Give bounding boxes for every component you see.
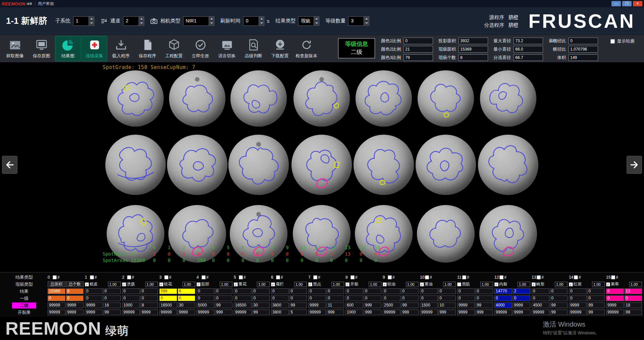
table-cell[interactable]: 0	[625, 295, 642, 301]
table-cell[interactable]: 0	[532, 295, 549, 301]
table-cell[interactable]: 0	[457, 295, 475, 301]
ratio-input[interactable]: 1.00	[518, 282, 530, 287]
defect-checkbox[interactable]: ✓	[383, 282, 387, 286]
table-cell[interactable]: 18	[625, 302, 642, 308]
ratio-input[interactable]: 1.00	[629, 282, 642, 287]
toolbar-button-project-config[interactable]: 工程配置	[161, 36, 187, 61]
table-cell[interactable]: 0	[271, 295, 289, 301]
ratio-input[interactable]: 1.00	[406, 282, 419, 287]
table-cell[interactable]: 999	[364, 302, 382, 308]
table-cell[interactable]: 99999	[494, 310, 512, 315]
column-checkbox[interactable]	[239, 275, 243, 279]
ratio-input[interactable]: 1.00	[555, 282, 568, 287]
metric-input[interactable]: 1.070796	[569, 46, 598, 53]
table-cell[interactable]: 0	[178, 295, 196, 301]
table-cell[interactable]: 9999	[141, 310, 158, 315]
table-cell[interactable]: 9999	[85, 310, 103, 315]
defect-checkbox[interactable]: ✓	[308, 282, 312, 286]
column-checkbox[interactable]	[499, 275, 503, 279]
spinner-buttons[interactable]	[314, 16, 319, 26]
column-checkbox[interactable]	[388, 275, 392, 279]
metric-input[interactable]: 0	[569, 38, 598, 44]
table-cell[interactable]: 30	[178, 302, 196, 308]
table-cell[interactable]: 0	[122, 295, 140, 301]
table-cell[interactable]: 0	[141, 295, 158, 301]
table-cell[interactable]: 11	[327, 302, 344, 308]
table-cell[interactable]: 99999	[48, 302, 65, 308]
column-checkbox[interactable]	[313, 275, 317, 279]
table-cell[interactable]: 9999	[513, 310, 531, 315]
column-checkbox[interactable]	[351, 275, 355, 279]
table-cell[interactable]: 999	[438, 310, 456, 315]
table-cell[interactable]: 99999	[308, 310, 326, 315]
table-cell[interactable]: 9999	[569, 302, 587, 308]
table-cell[interactable]: 999	[327, 310, 344, 315]
metric-input[interactable]: 8	[459, 54, 488, 61]
table-cell[interactable]: 9999	[606, 302, 624, 308]
table-cell[interactable]: 99	[215, 302, 233, 308]
toolbar-button-load-program[interactable]: 载入程序	[108, 36, 134, 61]
table-cell[interactable]: 0	[383, 295, 400, 301]
grade-count-dropdown[interactable]: 3	[348, 16, 369, 26]
close-button[interactable]: ✕	[633, 1, 642, 6]
table-cell[interactable]: 99	[550, 310, 568, 315]
column-checkbox[interactable]	[462, 275, 466, 279]
table-cell[interactable]: 0	[289, 295, 307, 301]
maximize-button[interactable]: ❐	[622, 1, 632, 6]
table-cell[interactable]: 0	[234, 295, 252, 301]
row-label-result[interactable]: 结果	[1, 288, 47, 294]
metric-input[interactable]: 149	[569, 54, 598, 61]
table-cell[interactable]: 999	[364, 310, 382, 315]
table-cell[interactable]: 99	[625, 310, 642, 315]
table-cell[interactable]: 99999	[420, 310, 438, 315]
defect-checkbox[interactable]: ✓	[271, 282, 275, 286]
table-cell[interactable]: 9999	[457, 310, 475, 315]
toolbar-button-save-program[interactable]: 保存程序	[135, 36, 160, 61]
toolbar-button-continuous-capture[interactable]: 连续采集	[82, 36, 107, 61]
table-cell[interactable]: 9999	[178, 310, 196, 315]
spinner-buttons[interactable]	[89, 16, 94, 26]
channel-dropdown[interactable]: 2	[123, 16, 144, 26]
table-cell[interactable]: 0	[364, 295, 382, 301]
table-cell[interactable]: 0	[438, 295, 456, 301]
toolbar-button-result-view[interactable]: 结果图	[55, 36, 81, 61]
table-cell[interactable]: 99999	[532, 310, 549, 315]
spinner-buttons[interactable]	[364, 16, 369, 26]
refresh-time-spinner[interactable]: 0	[243, 16, 264, 26]
table-cell[interactable]: 9999	[66, 310, 84, 315]
camera-type-dropdown[interactable]: NIR1	[183, 16, 214, 26]
table-cell[interactable]: 3800	[271, 302, 289, 308]
table-cell[interactable]: 16500	[234, 302, 252, 308]
table-cell[interactable]: 0	[197, 295, 214, 301]
table-cell[interactable]: 99999	[122, 310, 140, 315]
table-cell[interactable]: 99999	[48, 310, 65, 315]
table-cell[interactable]: 0	[513, 295, 531, 301]
next-page-button[interactable]	[627, 156, 642, 174]
defect-checkbox[interactable]: ✓	[494, 282, 498, 286]
ratio-input[interactable]: 1.00	[182, 282, 195, 287]
table-cell[interactable]: 99	[587, 310, 605, 315]
ratio-input[interactable]: 1.00	[257, 282, 270, 287]
result-type-dropdown[interactable]: 瑕疵	[298, 16, 319, 26]
toolbar-button-capture-image[interactable]: 获取图像	[2, 36, 28, 61]
table-cell[interactable]: 0	[550, 295, 568, 301]
defect-checkbox[interactable]: ✓	[85, 282, 89, 286]
table-cell[interactable]: 0	[308, 295, 326, 301]
table-cell[interactable]: 9999	[513, 302, 531, 308]
table-cell[interactable]: 16	[103, 302, 121, 308]
table-cell[interactable]: 99999	[606, 310, 624, 315]
row-label-crack[interactable]: 开裂果	[1, 310, 47, 316]
column-checkbox[interactable]	[90, 275, 94, 279]
table-cell[interactable]: 0	[420, 295, 438, 301]
defect-checkbox[interactable]: ✓	[234, 282, 238, 286]
column-checkbox[interactable]	[276, 275, 280, 279]
toolbar-button-download-config[interactable]: 下载配置	[267, 36, 293, 61]
column-checkbox[interactable]	[202, 275, 206, 279]
defect-checkbox[interactable]: ✓	[606, 282, 610, 286]
metric-input[interactable]: 66.7	[514, 54, 543, 61]
column-checkbox[interactable]	[611, 275, 615, 279]
minimize-button[interactable]: —	[611, 1, 621, 6]
table-cell[interactable]: 99999	[383, 310, 400, 315]
defect-checkbox[interactable]: ✓	[197, 282, 201, 286]
table-cell[interactable]: 99999	[234, 310, 252, 315]
